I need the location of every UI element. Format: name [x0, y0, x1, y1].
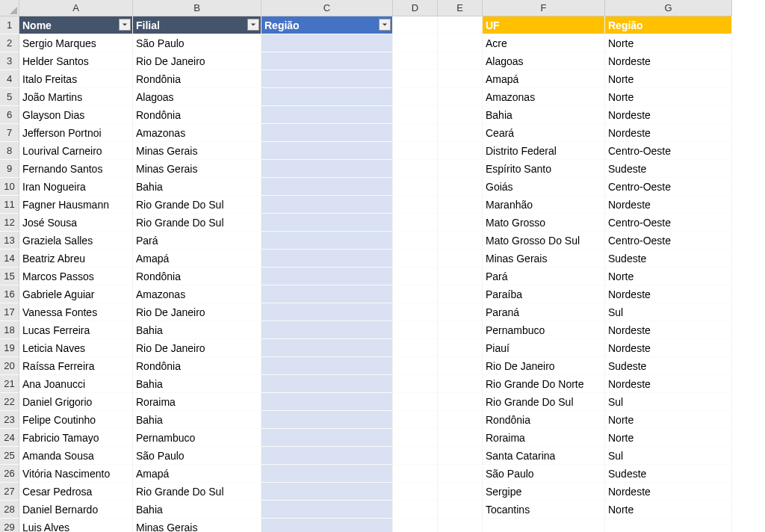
cell-G27[interactable]: Nordeste [605, 483, 732, 501]
cell-F25[interactable]: Santa Catarina [483, 447, 605, 465]
cell-E6[interactable] [438, 106, 483, 124]
cell-C2[interactable] [261, 34, 393, 52]
cell-A22[interactable]: Daniel Grigorio [19, 393, 133, 411]
row-header-16[interactable]: 16 [0, 285, 19, 303]
cell-F12[interactable]: Mato Grosso [483, 214, 605, 232]
cell-A21[interactable]: Ana Joanucci [19, 375, 133, 393]
cell-E23[interactable] [438, 411, 483, 429]
cell-B4[interactable]: Rondônia [133, 70, 261, 88]
cell-D24[interactable] [393, 429, 438, 447]
cell-F18[interactable]: Pernambuco [483, 321, 605, 339]
cell-G2[interactable]: Norte [605, 34, 732, 52]
cell-D19[interactable] [393, 339, 438, 357]
cell-D3[interactable] [393, 52, 438, 70]
cell-A24[interactable]: Fabricio Tamayo [19, 429, 133, 447]
cell-A27[interactable]: Cesar Pedrosa [19, 483, 133, 501]
cell-G8[interactable]: Centro-Oeste [605, 142, 732, 160]
cell-E24[interactable] [438, 429, 483, 447]
cell-F6[interactable]: Bahia [483, 106, 605, 124]
cell-F9[interactable]: Espírito Santo [483, 160, 605, 178]
cell-F5[interactable]: Amazonas [483, 88, 605, 106]
cell-E19[interactable] [438, 339, 483, 357]
cell-B9[interactable]: Minas Gerais [133, 160, 261, 178]
cell-E11[interactable] [438, 196, 483, 214]
cell-D5[interactable] [393, 88, 438, 106]
col-header-A[interactable]: A [19, 0, 133, 16]
cell-F19[interactable]: Piauí [483, 339, 605, 357]
cell-E5[interactable] [438, 88, 483, 106]
cell-G18[interactable]: Nordeste [605, 321, 732, 339]
cell-D25[interactable] [393, 447, 438, 465]
cell-E16[interactable] [438, 285, 483, 303]
cell-G28[interactable]: Norte [605, 501, 732, 519]
row-header-19[interactable]: 19 [0, 339, 19, 357]
cell-A1[interactable]: Nome [19, 16, 133, 34]
row-header-26[interactable]: 26 [0, 465, 19, 483]
cell-G10[interactable]: Centro-Oeste [605, 178, 732, 196]
cell-C13[interactable] [261, 232, 393, 250]
row-header-1[interactable]: 1 [0, 16, 19, 34]
cell-G4[interactable]: Norte [605, 70, 732, 88]
cell-E13[interactable] [438, 232, 483, 250]
cell-G19[interactable]: Nordeste [605, 339, 732, 357]
cell-E26[interactable] [438, 465, 483, 483]
cell-F4[interactable]: Amapá [483, 70, 605, 88]
cell-C3[interactable] [261, 52, 393, 70]
cell-E28[interactable] [438, 501, 483, 519]
cell-B29[interactable]: Minas Gerais [133, 519, 261, 532]
cell-G15[interactable]: Norte [605, 267, 732, 285]
cell-A3[interactable]: Helder Santos [19, 52, 133, 70]
cell-E9[interactable] [438, 160, 483, 178]
cell-B27[interactable]: Rio Grande Do Sul [133, 483, 261, 501]
cell-A13[interactable]: Graziela Salles [19, 232, 133, 250]
cell-G29[interactable] [605, 519, 732, 532]
cell-F11[interactable]: Maranhão [483, 196, 605, 214]
cell-E18[interactable] [438, 321, 483, 339]
cell-E25[interactable] [438, 447, 483, 465]
cell-A10[interactable]: Iran Nogueira [19, 178, 133, 196]
cell-E17[interactable] [438, 303, 483, 321]
cell-C11[interactable] [261, 196, 393, 214]
col-header-C[interactable]: C [261, 0, 393, 16]
row-header-3[interactable]: 3 [0, 52, 19, 70]
cell-B25[interactable]: São Paulo [133, 447, 261, 465]
row-header-24[interactable]: 24 [0, 429, 19, 447]
cell-F1[interactable]: UF [483, 16, 605, 34]
cell-D26[interactable] [393, 465, 438, 483]
cell-B22[interactable]: Roraima [133, 393, 261, 411]
cell-A29[interactable]: Luis Alves [19, 519, 133, 532]
cell-E3[interactable] [438, 52, 483, 70]
cell-F8[interactable]: Distrito Federal [483, 142, 605, 160]
cell-C19[interactable] [261, 339, 393, 357]
col-header-B[interactable]: B [133, 0, 261, 16]
cell-C22[interactable] [261, 393, 393, 411]
row-header-12[interactable]: 12 [0, 214, 19, 232]
cell-E29[interactable] [438, 519, 483, 532]
cell-B12[interactable]: Rio Grande Do Sul [133, 214, 261, 232]
cell-B7[interactable]: Amazonas [133, 124, 261, 142]
cell-G7[interactable]: Nordeste [605, 124, 732, 142]
cell-D2[interactable] [393, 34, 438, 52]
cell-D23[interactable] [393, 411, 438, 429]
col-header-E[interactable]: E [438, 0, 483, 16]
cell-A23[interactable]: Felipe Coutinho [19, 411, 133, 429]
cell-G26[interactable]: Sudeste [605, 465, 732, 483]
cell-G9[interactable]: Sudeste [605, 160, 732, 178]
cell-D13[interactable] [393, 232, 438, 250]
row-header-21[interactable]: 21 [0, 375, 19, 393]
cell-A18[interactable]: Lucas Ferreira [19, 321, 133, 339]
row-header-11[interactable]: 11 [0, 196, 19, 214]
row-header-22[interactable]: 22 [0, 393, 19, 411]
cell-G21[interactable]: Nordeste [605, 375, 732, 393]
cell-G25[interactable]: Sul [605, 447, 732, 465]
cell-C29[interactable] [261, 519, 393, 532]
select-all-corner[interactable] [0, 0, 19, 16]
cell-D16[interactable] [393, 285, 438, 303]
cell-C9[interactable] [261, 160, 393, 178]
cell-G14[interactable]: Sudeste [605, 250, 732, 267]
cell-B28[interactable]: Bahia [133, 501, 261, 519]
cell-F26[interactable]: São Paulo [483, 465, 605, 483]
cell-A8[interactable]: Lourival Carneiro [19, 142, 133, 160]
cell-D22[interactable] [393, 393, 438, 411]
cell-E7[interactable] [438, 124, 483, 142]
